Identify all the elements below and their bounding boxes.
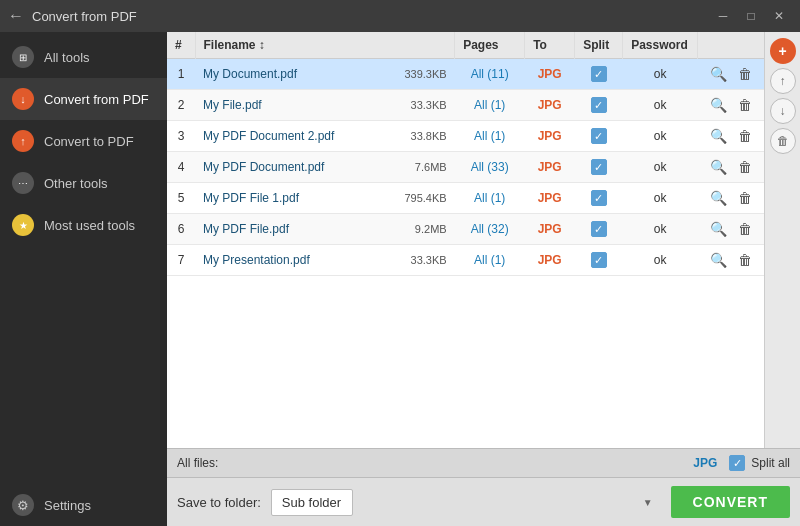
cell-pages: All (1) xyxy=(455,121,525,152)
sidebar: ⊞ All tools ↓ Convert from PDF ↑ Convert… xyxy=(0,32,167,526)
folder-select[interactable]: Sub folder xyxy=(271,489,353,516)
save-to-label: Save to folder: xyxy=(177,495,261,510)
split-checkbox[interactable] xyxy=(591,97,607,113)
cell-split xyxy=(575,90,623,121)
table-row[interactable]: 6 My PDF File.pdf 9.2MB All (32) JPG ok xyxy=(167,214,764,245)
close-button[interactable]: ✕ xyxy=(766,3,792,29)
format-link[interactable]: JPG xyxy=(538,222,562,236)
delete-row-button[interactable]: 🗑 xyxy=(734,157,756,177)
cell-to: JPG xyxy=(525,183,575,214)
content-area: # Filename ↕ Pages To Split Password 1 xyxy=(167,32,800,526)
convert-button[interactable]: CONVERT xyxy=(671,486,790,518)
title-bar-left: ← Convert from PDF xyxy=(8,7,137,25)
search-password-button[interactable]: 🔍 xyxy=(706,250,731,270)
cell-to: JPG xyxy=(525,152,575,183)
table-row[interactable]: 5 My PDF File 1.pdf 795.4KB All (1) JPG … xyxy=(167,183,764,214)
move-up-button[interactable]: ↑ xyxy=(770,68,796,94)
format-link[interactable]: JPG xyxy=(538,253,562,267)
format-link[interactable]: JPG xyxy=(538,67,562,81)
split-checkbox[interactable] xyxy=(591,252,607,268)
pages-link[interactable]: All (1) xyxy=(474,191,505,205)
cell-to: JPG xyxy=(525,121,575,152)
cell-pages: All (1) xyxy=(455,183,525,214)
cell-split xyxy=(575,121,623,152)
col-header-filename: Filename ↕ xyxy=(195,32,455,59)
delete-row-button[interactable]: 🗑 xyxy=(734,219,756,239)
sidebar-settings[interactable]: ⚙ Settings xyxy=(0,484,167,526)
cell-split xyxy=(575,245,623,276)
cell-actions: 🔍 🗑 xyxy=(698,121,764,152)
pages-link[interactable]: All (1) xyxy=(474,98,505,112)
cell-num: 2 xyxy=(167,90,195,121)
cell-password: ok xyxy=(623,59,698,90)
sidebar-item-all-tools[interactable]: ⊞ All tools xyxy=(0,36,167,78)
format-link[interactable]: JPG xyxy=(538,191,562,205)
search-password-button[interactable]: 🔍 xyxy=(706,219,731,239)
cell-split xyxy=(575,214,623,245)
delete-row-button[interactable]: 🗑 xyxy=(734,250,756,270)
cell-filename: My File.pdf 33.3KB xyxy=(195,90,455,121)
split-all-label: Split all xyxy=(751,456,790,470)
col-header-password: Password xyxy=(623,32,698,59)
cell-pages: All (11) xyxy=(455,59,525,90)
footer-format[interactable]: JPG xyxy=(693,456,717,470)
search-password-button[interactable]: 🔍 xyxy=(706,64,731,84)
split-checkbox[interactable] xyxy=(591,159,607,175)
cell-to: JPG xyxy=(525,214,575,245)
move-down-button[interactable]: ↓ xyxy=(770,98,796,124)
table-row[interactable]: 4 My PDF Document.pdf 7.6MB All (33) JPG… xyxy=(167,152,764,183)
table-row[interactable]: 7 My Presentation.pdf 33.3KB All (1) JPG… xyxy=(167,245,764,276)
split-checkbox[interactable] xyxy=(591,66,607,82)
cell-filename: My PDF File.pdf 9.2MB xyxy=(195,214,455,245)
search-password-button[interactable]: 🔍 xyxy=(706,95,731,115)
all-files-label: All files: xyxy=(177,456,681,470)
settings-icon: ⚙ xyxy=(12,494,34,516)
minimize-button[interactable]: ─ xyxy=(710,3,736,29)
sidebar-item-other-tools[interactable]: ⋯ Other tools xyxy=(0,162,167,204)
split-checkbox[interactable] xyxy=(591,128,607,144)
sidebar-item-most-used[interactable]: ★ Most used tools xyxy=(0,204,167,246)
cell-num: 4 xyxy=(167,152,195,183)
search-password-button[interactable]: 🔍 xyxy=(706,126,731,146)
pages-link[interactable]: All (32) xyxy=(471,222,509,236)
format-link[interactable]: JPG xyxy=(538,160,562,174)
maximize-button[interactable]: □ xyxy=(738,3,764,29)
table-row[interactable]: 1 My Document.pdf 339.3KB All (11) JPG o… xyxy=(167,59,764,90)
search-password-button[interactable]: 🔍 xyxy=(706,188,731,208)
cell-pages: All (33) xyxy=(455,152,525,183)
format-link[interactable]: JPG xyxy=(538,98,562,112)
main-layout: ⊞ All tools ↓ Convert from PDF ↑ Convert… xyxy=(0,32,800,526)
cell-filename: My PDF File 1.pdf 795.4KB xyxy=(195,183,455,214)
convert-to-pdf-icon: ↑ xyxy=(12,130,34,152)
pages-link[interactable]: All (33) xyxy=(471,160,509,174)
cell-actions: 🔍 🗑 xyxy=(698,59,764,90)
table-row[interactable]: 2 My File.pdf 33.3KB All (1) JPG ok 🔍 xyxy=(167,90,764,121)
sidebar-item-convert-from-pdf[interactable]: ↓ Convert from PDF xyxy=(0,78,167,120)
pages-link[interactable]: All (1) xyxy=(474,129,505,143)
back-button[interactable]: ← xyxy=(8,7,24,25)
sidebar-label-convert-to-pdf: Convert to PDF xyxy=(44,134,134,149)
delete-button[interactable]: 🗑 xyxy=(770,128,796,154)
delete-row-button[interactable]: 🗑 xyxy=(734,64,756,84)
delete-row-button[interactable]: 🗑 xyxy=(734,95,756,115)
pages-link[interactable]: All (11) xyxy=(471,67,509,81)
cell-filename: My Document.pdf 339.3KB xyxy=(195,59,455,90)
cell-filename: My PDF Document 2.pdf 33.8KB xyxy=(195,121,455,152)
sidebar-item-convert-to-pdf[interactable]: ↑ Convert to PDF xyxy=(0,120,167,162)
add-file-button[interactable]: + xyxy=(770,38,796,64)
pages-link[interactable]: All (1) xyxy=(474,253,505,267)
cell-password: ok xyxy=(623,90,698,121)
cell-pages: All (1) xyxy=(455,245,525,276)
format-link[interactable]: JPG xyxy=(538,129,562,143)
cell-actions: 🔍 🗑 xyxy=(698,152,764,183)
split-checkbox[interactable] xyxy=(591,221,607,237)
cell-actions: 🔍 🗑 xyxy=(698,245,764,276)
file-table-container: # Filename ↕ Pages To Split Password 1 xyxy=(167,32,764,448)
split-all-checkbox[interactable] xyxy=(729,455,745,471)
table-row[interactable]: 3 My PDF Document 2.pdf 33.8KB All (1) J… xyxy=(167,121,764,152)
search-password-button[interactable]: 🔍 xyxy=(706,157,731,177)
delete-row-button[interactable]: 🗑 xyxy=(734,188,756,208)
delete-row-button[interactable]: 🗑 xyxy=(734,126,756,146)
split-checkbox[interactable] xyxy=(591,190,607,206)
col-header-split: Split xyxy=(575,32,623,59)
